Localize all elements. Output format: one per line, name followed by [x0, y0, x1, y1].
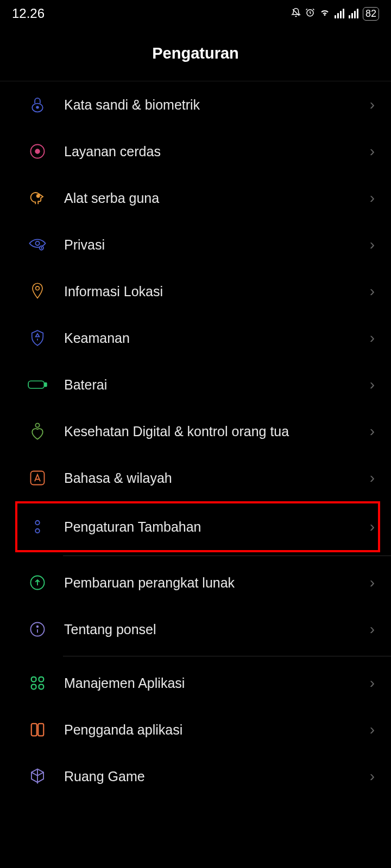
- item-label: Baterai: [64, 377, 370, 393]
- item-label: Alat serba guna: [64, 190, 370, 206]
- svg-point-5: [37, 195, 40, 197]
- item-label: Tentang ponsel: [64, 622, 370, 637]
- settings-item-game-space[interactable]: Ruang Game ›: [0, 753, 391, 800]
- signal-icon: [335, 9, 344, 18]
- page-header: Pengaturan: [0, 27, 391, 81]
- chevron-right-icon: ›: [370, 236, 375, 253]
- divider: [63, 656, 391, 656]
- item-label: Manajemen Aplikasi: [64, 675, 370, 691]
- bell-off-icon: [291, 8, 301, 20]
- svg-rect-18: [31, 677, 36, 682]
- settings-item-privacy[interactable]: Privasi ›: [0, 221, 391, 268]
- settings-item-battery[interactable]: Baterai ›: [0, 361, 391, 408]
- svg-point-4: [35, 149, 40, 154]
- item-label: Pengaturan Tambahan: [64, 519, 370, 535]
- signal-icon-2: [349, 9, 358, 18]
- shield-icon: [27, 328, 48, 348]
- settings-item-app-management[interactable]: Manajemen Aplikasi ›: [0, 660, 391, 706]
- chevron-right-icon: ›: [370, 423, 375, 440]
- svg-point-8: [36, 286, 40, 290]
- page-title: Pengaturan: [0, 44, 391, 62]
- chevron-right-icon: ›: [370, 143, 375, 160]
- item-label: Ruang Game: [64, 769, 370, 784]
- head-icon: [27, 188, 48, 208]
- status-time: 12.26: [12, 6, 45, 21]
- status-icons: 82: [291, 7, 379, 21]
- status-bar: 12.26 82: [0, 0, 391, 27]
- chevron-right-icon: ›: [370, 574, 375, 591]
- item-label: Layanan cerdas: [64, 144, 370, 159]
- svg-point-14: [35, 529, 40, 533]
- chevron-right-icon: ›: [370, 189, 375, 207]
- battery-indicator: 82: [363, 7, 379, 21]
- location-icon: [27, 281, 48, 302]
- update-icon: [27, 572, 48, 593]
- svg-rect-23: [38, 724, 43, 736]
- svg-point-11: [35, 423, 39, 427]
- item-label: Bahasa & wilayah: [64, 470, 370, 486]
- chevron-right-icon: ›: [370, 283, 375, 300]
- letter-icon: [27, 468, 48, 488]
- svg-rect-10: [45, 383, 47, 387]
- chevron-right-icon: ›: [370, 329, 375, 347]
- battery-icon: [27, 374, 48, 395]
- chevron-right-icon: ›: [370, 621, 375, 638]
- item-label: Pengganda aplikasi: [64, 722, 370, 738]
- cube-icon: [27, 766, 48, 787]
- svg-point-2: [36, 106, 39, 108]
- item-label: Keamanan: [64, 330, 370, 346]
- svg-rect-21: [39, 685, 44, 690]
- chevron-right-icon: ›: [370, 518, 375, 535]
- item-label: Informasi Lokasi: [64, 284, 370, 299]
- svg-rect-19: [39, 677, 44, 682]
- alarm-icon: [305, 8, 315, 20]
- settings-item-language-region[interactable]: Bahasa & wilayah ›: [0, 455, 391, 501]
- item-label: Pembaruan perangkat lunak: [64, 575, 370, 591]
- settings-item-about-phone[interactable]: Tentang ponsel ›: [0, 606, 391, 653]
- settings-item-security[interactable]: Keamanan ›: [0, 315, 391, 361]
- settings-item-location[interactable]: Informasi Lokasi ›: [0, 268, 391, 315]
- grid-icon: [27, 673, 48, 693]
- svg-rect-9: [28, 381, 44, 388]
- svg-point-17: [37, 626, 39, 628]
- settings-item-tools[interactable]: Alat serba guna ›: [0, 175, 391, 221]
- settings-item-app-cloner[interactable]: Pengganda aplikasi ›: [0, 706, 391, 753]
- settings-list: Kata sandi & biometrik › Layanan cerdas …: [0, 81, 391, 800]
- settings-item-additional-settings[interactable]: Pengaturan Tambahan ›: [15, 501, 380, 552]
- settings-item-software-update[interactable]: Pembaruan perangkat lunak ›: [0, 559, 391, 606]
- lock-icon: [27, 94, 48, 115]
- item-label: Kata sandi & biometrik: [64, 97, 370, 113]
- eye-icon: [27, 234, 48, 255]
- settings-item-smart-services[interactable]: Layanan cerdas ›: [0, 128, 391, 175]
- item-label: Privasi: [64, 237, 370, 253]
- chevron-right-icon: ›: [370, 469, 375, 487]
- dots-icon: [27, 516, 48, 537]
- record-icon: [27, 141, 48, 162]
- chevron-right-icon: ›: [370, 768, 375, 785]
- settings-item-digital-wellbeing[interactable]: Kesehatan Digital & kontrol orang tua ›: [0, 408, 391, 455]
- svg-point-6: [35, 241, 39, 245]
- chevron-right-icon: ›: [370, 721, 375, 738]
- settings-item-password-biometric[interactable]: Kata sandi & biometrik ›: [0, 81, 391, 128]
- wifi-icon: [319, 8, 330, 20]
- chevron-right-icon: ›: [370, 674, 375, 692]
- svg-point-13: [35, 521, 40, 525]
- svg-rect-22: [31, 724, 37, 736]
- heart-person-icon: [27, 421, 48, 442]
- info-icon: [27, 619, 48, 640]
- chevron-right-icon: ›: [370, 96, 375, 113]
- item-label: Kesehatan Digital & kontrol orang tua: [64, 424, 370, 439]
- duplicate-icon: [27, 719, 48, 740]
- divider: [63, 556, 391, 556]
- svg-rect-20: [31, 685, 36, 690]
- chevron-right-icon: ›: [370, 376, 375, 393]
